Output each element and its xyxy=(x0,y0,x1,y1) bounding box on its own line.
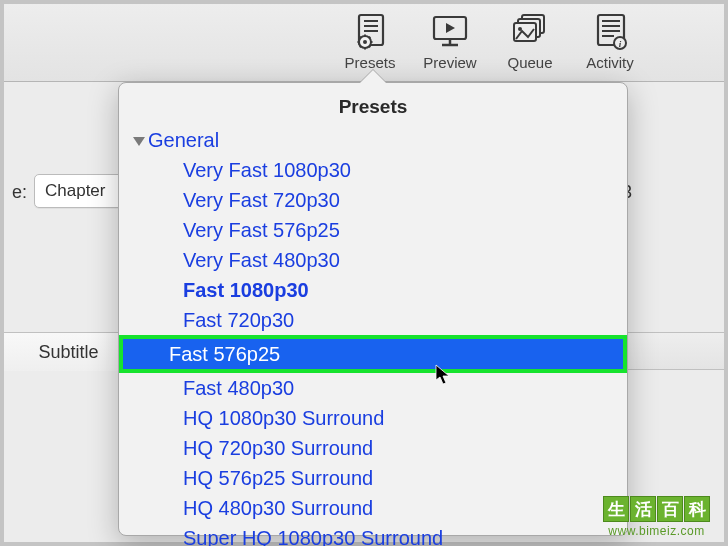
preset-item[interactable]: HQ 576p25 Surround xyxy=(133,463,619,493)
presets-popover: Presets General Very Fast 1080p30Very Fa… xyxy=(118,82,628,536)
preset-item[interactable]: Very Fast 1080p30 xyxy=(133,155,619,185)
preset-item[interactable]: HQ 1080p30 Surround xyxy=(133,403,619,433)
popover-title: Presets xyxy=(119,83,627,126)
svg-line-13 xyxy=(369,37,370,38)
preset-item[interactable]: Super HQ 1080p30 Surround xyxy=(133,523,619,546)
preset-item[interactable]: Very Fast 720p30 xyxy=(133,185,619,215)
preset-tree: General Very Fast 1080p30Very Fast 720p3… xyxy=(119,126,627,546)
toolbar-queue-label: Queue xyxy=(507,54,552,71)
watermark-char: 百 xyxy=(657,496,683,522)
toolbar-presets[interactable]: Presets xyxy=(334,10,406,71)
tab-subtitle[interactable]: Subtitle xyxy=(4,333,134,371)
preset-item[interactable]: Fast 1080p30 xyxy=(133,275,619,305)
preset-item[interactable]: Very Fast 480p30 xyxy=(133,245,619,275)
field-label: e: xyxy=(12,182,27,203)
tab-subtitle-label: Subtitle xyxy=(38,342,98,363)
toolbar-presets-label: Presets xyxy=(345,54,396,71)
queue-icon xyxy=(507,10,553,52)
preset-category-general[interactable]: General xyxy=(133,126,619,155)
preset-item[interactable]: Fast 480p30 xyxy=(133,373,619,403)
svg-line-10 xyxy=(360,37,361,38)
preview-icon xyxy=(427,10,473,52)
svg-line-12 xyxy=(360,46,361,47)
preset-item[interactable]: HQ 480p30 Surround xyxy=(133,493,619,523)
toolbar-queue[interactable]: Queue xyxy=(494,10,566,71)
preset-item[interactable]: HQ 720p30 Surround xyxy=(133,433,619,463)
watermark-url: www.bimeiz.com xyxy=(603,524,710,538)
watermark-char: 生 xyxy=(603,496,629,522)
toolbar-activity[interactable]: i Activity xyxy=(574,10,646,71)
preset-item[interactable]: Fast 576p25 xyxy=(119,335,627,373)
watermark-char: 科 xyxy=(684,496,710,522)
svg-point-5 xyxy=(363,40,367,44)
popover-arrow xyxy=(359,70,387,84)
chapter-dropdown-label: Chapter xyxy=(45,181,105,201)
preset-category-label: General xyxy=(148,129,219,151)
preset-item[interactable]: Very Fast 576p25 xyxy=(133,215,619,245)
presets-icon xyxy=(347,10,393,52)
disclosure-triangle-icon xyxy=(133,137,145,146)
svg-line-11 xyxy=(369,46,370,47)
toolbar-preview-label: Preview xyxy=(423,54,476,71)
watermark-char: 活 xyxy=(630,496,656,522)
toolbar-activity-label: Activity xyxy=(586,54,634,71)
watermark: 生活百科 www.bimeiz.com xyxy=(603,496,710,538)
activity-icon: i xyxy=(587,10,633,52)
svg-marker-15 xyxy=(446,23,455,33)
preset-item[interactable]: Fast 720p30 xyxy=(133,305,619,335)
toolbar-preview[interactable]: Preview xyxy=(414,10,486,71)
